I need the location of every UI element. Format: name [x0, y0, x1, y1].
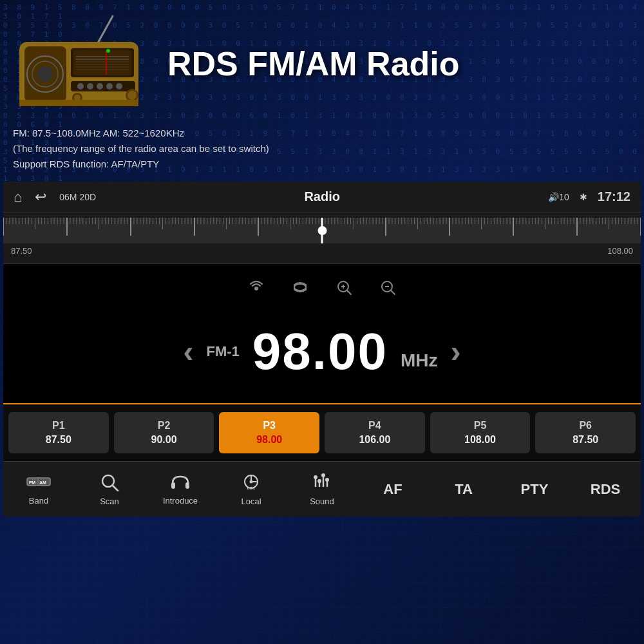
desc-line2: (The frequency range of the radio area c… — [13, 141, 631, 156]
nav-item-ta[interactable]: TA — [428, 476, 499, 503]
desc-line3: Support RDS function: AF/TA/PTY — [13, 156, 631, 172]
svg-line-237 — [391, 290, 395, 294]
preset-button-p5[interactable]: P5108.00 — [430, 412, 531, 453]
band-icon: FM AM — [26, 473, 51, 493]
svg-line-0 — [97, 16, 113, 45]
pty-label: PTY — [521, 481, 549, 498]
preset-button-p3[interactable]: P398.00 — [219, 412, 319, 453]
desc-line1: FM: 87.5~108.0MHz AM: 522~1620KHz — [13, 126, 631, 141]
introduce-label: Introduce — [163, 496, 198, 506]
next-station-button[interactable]: › — [451, 336, 461, 367]
svg-rect-26 — [19, 100, 138, 106]
nav-item-introduce[interactable]: Introduce — [145, 468, 216, 511]
svg-point-6 — [37, 66, 53, 82]
ta-label: TA — [455, 481, 473, 498]
sound-icon — [312, 472, 332, 494]
svg-point-231 — [294, 284, 306, 290]
svg-point-19 — [97, 83, 103, 90]
nav-item-sound[interactable]: Sound — [287, 467, 357, 511]
volume-indicator: 🔊10 — [548, 192, 569, 202]
volume-icon: 🔊 — [548, 192, 559, 202]
freq-min-label: 87.50 — [11, 246, 32, 256]
rds-label: RDS — [591, 481, 620, 498]
status-bar-title: Radio — [106, 189, 538, 204]
loop-icon[interactable] — [286, 276, 314, 303]
main-title: RDS FM/AM Radio — [167, 46, 631, 82]
preset-button-p6[interactable]: P687.50 — [535, 412, 636, 453]
nav-item-scan[interactable]: Scan — [74, 467, 145, 511]
radio-waves-icon[interactable] — [242, 276, 270, 303]
svg-point-254 — [314, 475, 317, 479]
nav-item-pty[interactable]: PTY — [499, 476, 570, 503]
sound-label: Sound — [310, 497, 334, 506]
frequency-number: 98.00 — [252, 326, 388, 377]
svg-point-230 — [254, 287, 258, 290]
svg-point-17 — [77, 83, 84, 90]
svg-point-18 — [87, 83, 93, 90]
freq-indicator-knob — [317, 226, 327, 235]
svg-point-255 — [317, 479, 321, 483]
svg-point-257 — [325, 478, 329, 482]
local-icon: LOC — [242, 472, 261, 494]
zoom-in-icon[interactable] — [330, 276, 358, 303]
prev-station-button[interactable]: ‹ — [183, 336, 193, 367]
band-label: Band — [29, 496, 48, 506]
status-time: 17:12 — [598, 189, 630, 204]
vintage-radio-svg — [13, 13, 148, 113]
svg-rect-245 — [171, 482, 175, 489]
svg-point-21 — [116, 83, 122, 90]
frequency-band: FM-1 — [206, 343, 239, 360]
freq-range-labels: 87.50 108.00 — [3, 243, 641, 258]
svg-point-25 — [128, 91, 137, 100]
zoom-out-icon[interactable] — [374, 276, 402, 303]
svg-line-233 — [347, 290, 351, 294]
frequency-ruler[interactable] — [3, 218, 641, 243]
nav-item-af[interactable]: AF — [357, 476, 428, 503]
volume-level: 10 — [559, 192, 569, 202]
nav-item-local[interactable]: LOC Local — [216, 467, 287, 511]
svg-rect-246 — [185, 482, 189, 489]
description-area: FM: 87.5~108.0MHz AM: 522~1620KHz (The f… — [0, 122, 644, 182]
svg-text:FM: FM — [29, 480, 35, 485]
main-content: RDS FM/AM Radio FM: 87.5~108.0MHz AM: 52… — [0, 0, 644, 644]
frequency-slider-section[interactable]: 87.50 108.00 — [3, 213, 641, 264]
home-button[interactable]: ⌂ — [14, 189, 22, 205]
svg-rect-8 — [73, 50, 131, 75]
bluetooth-icon: ✱ — [580, 192, 587, 202]
presets-section: P187.50P290.00P398.00P4106.00P5108.00P68… — [3, 403, 641, 461]
status-bar: ⌂ ↩ 06M 20D Radio 🔊10 ✱ 17:12 — [3, 182, 641, 213]
status-bar-right: 🔊10 ✱ 17:12 — [548, 189, 630, 204]
title-area: RDS FM/AM Radio — [167, 46, 631, 82]
preset-button-p2[interactable]: P290.00 — [114, 412, 214, 453]
status-date: 06M 20D — [59, 192, 96, 202]
presets-row: P187.50P290.00P398.00P4106.00P5108.00P68… — [8, 412, 636, 453]
local-label: Local — [241, 497, 261, 506]
status-bar-left: ⌂ ↩ 06M 20D — [14, 189, 96, 205]
svg-point-27 — [106, 49, 110, 53]
preset-button-p4[interactable]: P4106.00 — [325, 412, 425, 453]
frequency-display: ‹ FM-1 98.00 MHz › — [16, 313, 628, 390]
frequency-unit: MHz — [401, 350, 438, 377]
freq-indicator-white — [321, 218, 323, 243]
svg-text:AM: AM — [39, 480, 46, 485]
svg-text:LOC: LOC — [247, 486, 256, 490]
preset-button-p1[interactable]: P187.50 — [8, 412, 109, 453]
bottom-navigation: FM AM Band Scan — [3, 461, 641, 516]
top-section: RDS FM/AM Radio — [0, 0, 644, 122]
radio-image — [13, 13, 155, 116]
svg-point-20 — [106, 83, 113, 90]
icons-row — [16, 270, 628, 313]
freq-max-label: 108.00 — [607, 246, 633, 256]
main-display: ‹ FM-1 98.00 MHz › — [3, 264, 641, 403]
svg-point-256 — [321, 473, 325, 477]
headphone-icon — [170, 473, 191, 493]
af-label: AF — [383, 481, 402, 498]
nav-item-band[interactable]: FM AM Band — [3, 468, 74, 511]
scan-icon — [100, 472, 119, 494]
radio-panel: ⌂ ↩ 06M 20D Radio 🔊10 ✱ 17:12 — [3, 182, 641, 516]
svg-point-248 — [250, 480, 253, 484]
back-button[interactable]: ↩ — [35, 189, 46, 205]
svg-line-244 — [113, 486, 118, 491]
scan-label: Scan — [100, 497, 119, 506]
nav-item-rds[interactable]: RDS — [570, 476, 641, 503]
